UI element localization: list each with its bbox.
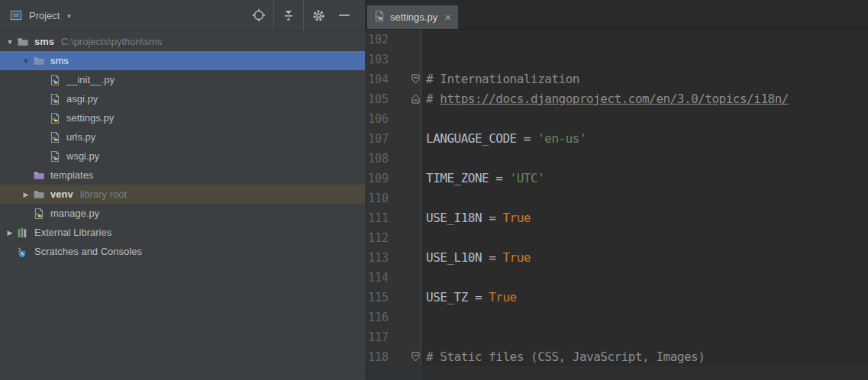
tree-item-external-libraries[interactable]: ▶External Libraries <box>0 223 365 242</box>
folder-selected-icon <box>33 55 47 67</box>
code-text <box>421 188 426 208</box>
tree-item-venv[interactable]: ▶venvlibrary root <box>0 185 365 204</box>
code-segment-comment: # <box>426 92 440 106</box>
line-number: 114 <box>365 268 404 288</box>
code-line-107[interactable]: 107LANGUAGE_CODE = 'en-us' <box>365 129 868 149</box>
tab-label: settings.py <box>390 11 437 23</box>
code-text: USE_L10N = True <box>421 248 531 268</box>
fold-gutter <box>404 228 421 248</box>
line-number: 110 <box>365 188 404 208</box>
code-line-103[interactable]: 103 <box>365 50 868 69</box>
scratches-icon <box>17 246 31 258</box>
tree-item-manage-py[interactable]: manage.py <box>0 204 365 223</box>
tree-item-label: Scratches and Consoles <box>34 246 142 257</box>
close-icon[interactable]: × <box>444 11 451 23</box>
code-line-105[interactable]: 105# https://docs.djangoproject.com/en/3… <box>365 89 868 109</box>
code-text <box>421 50 426 69</box>
code-segment-comment-link[interactable]: https://docs.djangoproject.com/en/3.0/to… <box>440 92 789 106</box>
chevron-down-icon[interactable]: ▼ <box>66 13 72 20</box>
code-line-114[interactable]: 114 <box>365 268 868 288</box>
fold-gutter <box>404 288 421 308</box>
fold-gutter <box>404 327 421 347</box>
tree-item-label: sms <box>50 55 69 66</box>
tree-item-urls-py[interactable]: urls.py <box>0 127 365 147</box>
fold-gutter <box>404 308 421 327</box>
tree-item-label: wsgi.py <box>66 150 99 162</box>
code-line-109[interactable]: 109TIME_ZONE = 'UTC' <box>365 169 868 188</box>
line-number: 116 <box>365 308 404 327</box>
tree-item-label: settings.py <box>66 112 114 124</box>
code-text: # https://docs.djangoproject.com/en/3.0/… <box>421 89 789 109</box>
panel-header-toolbar <box>246 0 365 31</box>
settings-icon[interactable] <box>305 0 331 31</box>
code-text: USE_TZ = True <box>421 288 517 308</box>
code-line-116[interactable]: 116 <box>365 308 868 327</box>
code-editor[interactable]: 102103104# Internationalization105# http… <box>365 30 868 380</box>
tree-item-sms[interactable]: ▼sms <box>0 51 365 70</box>
tab-settings-py[interactable]: settings.py × <box>367 5 458 29</box>
tree-item-init-py[interactable]: __init__.py <box>0 70 365 89</box>
python-file-icon <box>49 93 63 105</box>
external-libraries-icon <box>17 227 31 239</box>
code-line-111[interactable]: 111USE_I18N = True <box>365 208 868 228</box>
tree-item-asgi-py[interactable]: asgi.py <box>0 89 365 108</box>
collapse-arrow-icon[interactable]: ▶ <box>3 229 17 237</box>
project-panel-header: Project ▼ <box>0 0 365 31</box>
tree-item-templates[interactable]: templates <box>0 166 365 185</box>
python-file-icon <box>373 10 386 25</box>
code-line-110[interactable]: 110 <box>365 188 868 208</box>
fold-marker-icon[interactable] <box>404 89 421 109</box>
expand-arrow-icon[interactable]: ▼ <box>19 57 33 65</box>
tree-item-wsgi-py[interactable]: wsgi.py <box>0 147 365 166</box>
fold-gutter <box>404 188 421 208</box>
project-tree: ▼smsC:\projects\python\sms▼sms__init__.p… <box>0 31 365 261</box>
fold-gutter <box>404 129 421 149</box>
tree-item-settings-py[interactable]: settings.py <box>0 108 365 127</box>
code-text <box>421 308 426 327</box>
code-line-106[interactable]: 106 <box>365 109 868 129</box>
code-line-113[interactable]: 113USE_L10N = True <box>365 248 868 268</box>
code-line-102[interactable]: 102 <box>365 30 868 50</box>
hide-icon[interactable] <box>331 0 357 31</box>
folder-icon <box>33 188 47 201</box>
collapse-arrow-icon[interactable]: ▶ <box>19 191 33 198</box>
code-line-112[interactable]: 112 <box>365 228 868 248</box>
fold-gutter <box>404 149 421 169</box>
code-text <box>421 327 426 347</box>
code-segment-plain: USE_I18N = <box>426 211 502 225</box>
code-line-118[interactable]: 118# Static files (CSS, JavaScript, Imag… <box>365 347 868 367</box>
fold-gutter <box>404 169 421 188</box>
toolbar-separator <box>273 0 274 31</box>
code-segment-comment: # Static files (CSS, JavaScript, Images) <box>426 349 705 364</box>
folder-templates-icon <box>33 169 47 182</box>
code-text <box>421 30 426 50</box>
tree-item-sms[interactable]: ▼smsC:\projects\python\sms <box>0 32 365 51</box>
code-segment-string: 'UTC' <box>510 171 545 185</box>
code-segment-plain: LANGUAGE_CODE = <box>426 131 537 146</box>
python-file-icon <box>49 131 63 143</box>
line-number: 113 <box>365 248 404 268</box>
fold-marker-icon[interactable] <box>404 69 421 89</box>
tree-item-secondary-label: library root <box>80 188 127 200</box>
code-line-117[interactable]: 117 <box>365 327 868 347</box>
python-file-icon <box>33 208 47 220</box>
tree-item-scratches-and-consoles[interactable]: Scratches and Consoles <box>0 242 365 261</box>
select-opened-file-icon[interactable] <box>246 0 272 31</box>
code-lines: 102103104# Internationalization105# http… <box>365 30 868 367</box>
collapse-all-icon[interactable] <box>276 0 302 31</box>
code-line-104[interactable]: 104# Internationalization <box>365 69 868 89</box>
fold-gutter <box>404 248 421 268</box>
code-line-108[interactable]: 108 <box>365 149 868 169</box>
code-text <box>421 228 426 248</box>
expand-arrow-icon[interactable]: ▼ <box>3 38 17 46</box>
folder-icon <box>17 36 31 48</box>
line-number: 103 <box>365 50 404 69</box>
fold-gutter <box>404 268 421 288</box>
code-segment-const: True <box>489 290 517 304</box>
fold-marker-icon[interactable] <box>404 347 421 367</box>
code-text <box>421 268 426 288</box>
line-number: 118 <box>365 347 404 367</box>
code-segment-comment: # Internationalization <box>426 72 579 86</box>
code-line-115[interactable]: 115USE_TZ = True <box>365 288 868 308</box>
tree-item-label: urls.py <box>66 131 95 143</box>
